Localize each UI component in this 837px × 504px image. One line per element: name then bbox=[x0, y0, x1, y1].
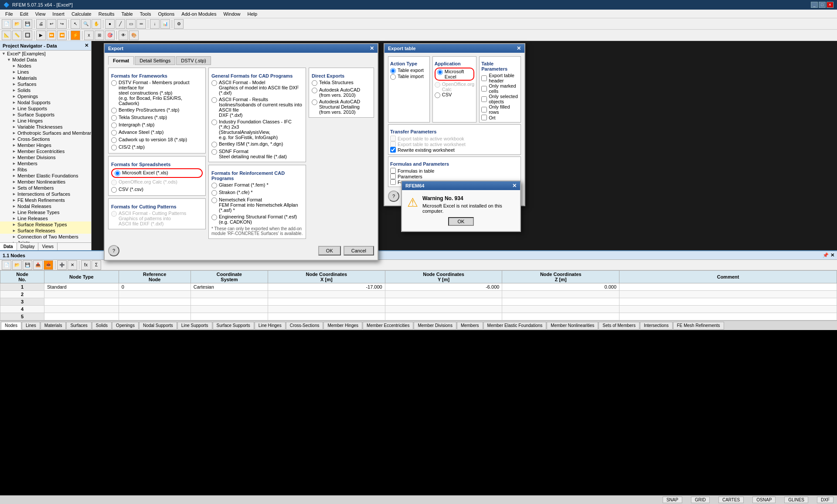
tp-marked[interactable]: Only marked cells bbox=[481, 83, 519, 94]
cell-ref[interactable] bbox=[119, 306, 191, 313]
bottom-tab-cross-sections[interactable]: Cross-Sections bbox=[286, 322, 323, 330]
tb2-render[interactable]: ⚡ bbox=[71, 31, 80, 40]
cell-z[interactable]: 0.000 bbox=[502, 283, 619, 291]
cad-bentley[interactable]: Bentley ISM (*.ism.dgn, *.dgn) bbox=[211, 141, 303, 147]
cell-z[interactable] bbox=[502, 313, 619, 320]
cell-y[interactable] bbox=[385, 291, 502, 298]
cell-coord[interactable]: Cartesian bbox=[191, 283, 268, 291]
cell-coord[interactable] bbox=[191, 306, 268, 313]
export-cancel-btn[interactable]: Cancel bbox=[344, 246, 374, 255]
tbl-save[interactable]: 💾 bbox=[23, 260, 32, 270]
tb-member[interactable]: ═ bbox=[136, 19, 146, 29]
bottom-tab-materials[interactable]: Materials bbox=[41, 322, 66, 330]
de-autocad-sd[interactable]: Autodesk AutoCADStructural Detailing(fro… bbox=[312, 99, 371, 115]
tb-result[interactable]: 📊 bbox=[160, 19, 170, 29]
tree-item[interactable]: ►Nodal Supports bbox=[0, 99, 91, 106]
tree-item[interactable]: ►Surface Releases bbox=[0, 228, 91, 234]
fp-formulas[interactable]: Formulas in table bbox=[390, 168, 519, 174]
bottom-tab-member-hinges[interactable]: Member Hinges bbox=[323, 322, 362, 330]
bottom-tab-surfaces[interactable]: Surfaces bbox=[66, 322, 91, 330]
menu-edit[interactable]: Edit bbox=[17, 10, 32, 17]
cell-coord[interactable] bbox=[191, 291, 268, 298]
tree-item[interactable]: ►Orthotropic Surfaces and Membranes bbox=[0, 130, 91, 136]
tree-item[interactable]: ►Ribs bbox=[0, 167, 91, 173]
bottom-tab-line-supports[interactable]: Line Supports bbox=[177, 322, 212, 330]
tree-item[interactable]: ►Line Release Types bbox=[0, 209, 91, 215]
tb-line[interactable]: ╱ bbox=[116, 19, 125, 29]
menu-calculate[interactable]: Calculate bbox=[68, 10, 95, 17]
fw-tekla[interactable]: Tekla Structures (*.stp) bbox=[111, 115, 203, 121]
bottom-tab-member-divisions[interactable]: Member Divisions bbox=[414, 322, 456, 330]
cell-y[interactable] bbox=[385, 306, 502, 313]
tree-item[interactable]: ►Nodes bbox=[0, 63, 91, 69]
fw-bentley[interactable]: Bentley ProStructures (*.stp) bbox=[111, 107, 203, 113]
status-grid[interactable]: GRID bbox=[691, 497, 710, 503]
cell-comment[interactable] bbox=[619, 291, 837, 298]
cad-ifc[interactable]: Industry Foundation Classes - IFC (*.ifc… bbox=[211, 119, 303, 140]
cell-type[interactable] bbox=[44, 291, 119, 298]
tb2-display[interactable]: 👁 bbox=[119, 31, 128, 40]
tb-print[interactable]: 🖨 bbox=[36, 19, 46, 29]
cell-no[interactable]: 2 bbox=[0, 291, 44, 298]
tree-item[interactable]: ►Member Nonlinearities bbox=[0, 179, 91, 185]
at-export[interactable]: Table export bbox=[390, 68, 428, 74]
bottom-tab-fe-mesh-refinements[interactable]: FE Mesh Refinements bbox=[673, 322, 724, 330]
tr-rewrite[interactable]: Rewrite existing worksheet bbox=[390, 147, 519, 153]
cell-z[interactable] bbox=[502, 306, 619, 313]
cad-ascii-results[interactable]: ASCII Format - ResultsIsolines/Isobands … bbox=[211, 97, 303, 118]
status-dxf[interactable]: DXF bbox=[817, 497, 834, 503]
menu-table[interactable]: Table bbox=[118, 10, 136, 17]
tree-item[interactable]: ►Variable Thicknesses bbox=[0, 124, 91, 130]
tb-undo[interactable]: ↩ bbox=[47, 19, 56, 29]
tb-node[interactable]: ● bbox=[105, 19, 115, 29]
tab-format[interactable]: Format bbox=[108, 56, 134, 65]
export-close-btn[interactable]: ✕ bbox=[370, 45, 374, 51]
tree-item[interactable]: ►Member Divisions bbox=[0, 154, 91, 160]
cell-x[interactable] bbox=[268, 291, 385, 298]
cell-comment[interactable] bbox=[619, 283, 837, 291]
bottom-tab-intersections[interactable]: Intersections bbox=[640, 322, 673, 330]
export-ok-btn[interactable]: OK bbox=[318, 246, 341, 255]
tab-dstv[interactable]: DSTV (.stp) bbox=[176, 56, 211, 65]
tbl-del[interactable]: ✕ bbox=[68, 260, 77, 270]
cell-comment[interactable] bbox=[619, 298, 837, 306]
status-glines[interactable]: GLINES bbox=[784, 497, 808, 503]
tree-item[interactable]: ►Member Eccentricities bbox=[0, 148, 91, 154]
tb2-6[interactable]: ⏪ bbox=[57, 31, 67, 40]
tbl-fx[interactable]: fx bbox=[81, 260, 91, 270]
bottom-tab-member-nonlinearities[interactable]: Member Nonlinearities bbox=[547, 322, 598, 330]
tb2-2[interactable]: 📏 bbox=[12, 31, 22, 40]
ss-csv[interactable]: CSV (*.csv) bbox=[111, 187, 203, 193]
de-autocad[interactable]: Autodesk AutoCAD(from vers. 2010) bbox=[312, 87, 371, 98]
panel-close[interactable]: ✕ bbox=[85, 43, 88, 48]
menu-window[interactable]: Window bbox=[220, 10, 244, 17]
fw-advance[interactable]: Advance Steel (*.stp) bbox=[111, 129, 203, 136]
ss-excel[interactable]: Microsoft Excel (*.xls) bbox=[111, 168, 203, 178]
menu-results[interactable]: Results bbox=[95, 10, 118, 17]
tree-item[interactable]: ►Nodal Releases bbox=[0, 203, 91, 209]
cell-type[interactable] bbox=[44, 298, 119, 306]
table-row[interactable]: 2 bbox=[0, 291, 837, 298]
tree-item[interactable]: ►Line Hinges bbox=[0, 118, 91, 124]
table-row[interactable]: 5 bbox=[0, 313, 837, 320]
cell-x[interactable] bbox=[268, 313, 385, 320]
tb-surface[interactable]: ▭ bbox=[126, 19, 136, 29]
tb2-axes[interactable]: x bbox=[84, 31, 94, 40]
bottom-tab-members[interactable]: Members bbox=[457, 322, 483, 330]
tree-item[interactable]: ►Sets of Members bbox=[0, 185, 91, 191]
tb-pan[interactable]: ✋ bbox=[92, 19, 101, 29]
tree-item[interactable]: ►Materials bbox=[0, 75, 91, 81]
app-csv[interactable]: CSV bbox=[435, 92, 474, 98]
bottom-tab-nodal-supports[interactable]: Nodal Supports bbox=[139, 322, 177, 330]
tree-item[interactable]: ►Surfaces bbox=[0, 81, 91, 87]
bottom-tab-surface-supports[interactable]: Surface Supports bbox=[213, 322, 254, 330]
cad-ascii-model[interactable]: ASCII Format - ModelGraphics of model in… bbox=[211, 80, 303, 95]
bottom-tab-solids[interactable]: Solids bbox=[92, 322, 112, 330]
table-row[interactable]: 4 bbox=[0, 306, 837, 313]
at-import[interactable]: Table import bbox=[390, 74, 428, 80]
tbl-add[interactable]: ➕ bbox=[57, 260, 67, 270]
de-tekla[interactable]: Tekla Structures bbox=[312, 80, 371, 86]
tr-worksheet[interactable]: Export table to active worksheet bbox=[390, 141, 519, 147]
tree-item[interactable]: ►Line Supports bbox=[0, 106, 91, 112]
tree-item[interactable]: ►Connection of Two Members bbox=[0, 234, 91, 240]
